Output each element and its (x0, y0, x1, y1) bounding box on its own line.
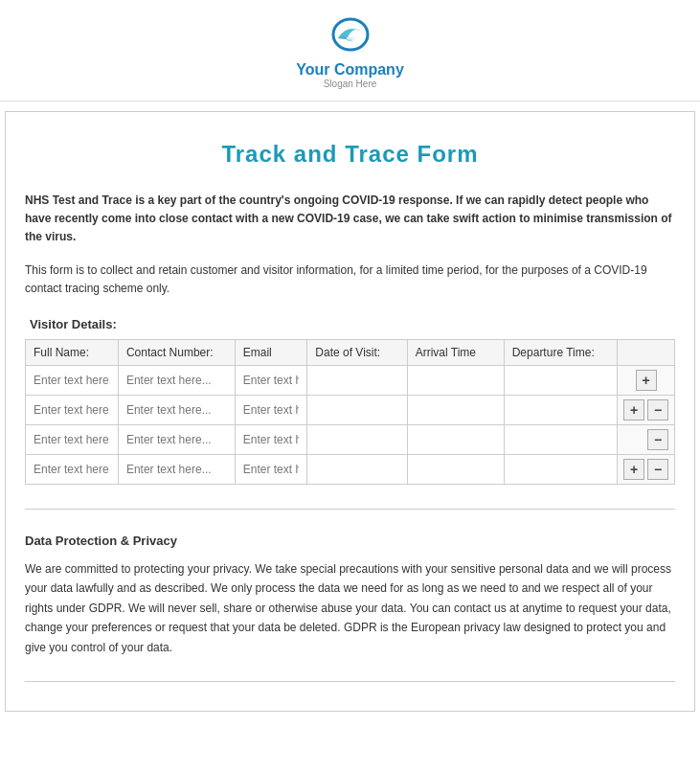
data-protection-title: Data Protection & Privacy (25, 534, 675, 548)
table-row: + − (26, 395, 675, 424)
col-actions (618, 339, 675, 365)
cell-name-2[interactable] (26, 395, 119, 424)
input-date-1[interactable] (307, 367, 406, 394)
add-row-button-2[interactable]: + (623, 399, 644, 421)
section-divider-1 (25, 509, 675, 510)
cell-date-3[interactable] (307, 424, 407, 454)
col-date: Date of Visit: (307, 339, 407, 365)
input-contact-3[interactable] (119, 426, 235, 453)
visitor-details-label: Visitor Details: (30, 317, 675, 331)
visitor-table: Full Name: Contact Number: Email Date of… (25, 339, 675, 485)
cell-name-4[interactable] (26, 454, 119, 484)
input-email-1[interactable] (236, 367, 307, 394)
input-email-3[interactable] (236, 426, 307, 453)
input-date-2[interactable] (307, 397, 406, 423)
input-date-3[interactable] (307, 426, 406, 453)
cell-date-2[interactable] (307, 395, 407, 424)
company-slogan: Slogan Here (0, 79, 700, 89)
cell-name-3[interactable] (26, 424, 119, 454)
input-departure-1[interactable] (505, 367, 617, 394)
intro-paragraph-1: NHS Test and Trace is a key part of the … (25, 192, 675, 247)
add-row-button-4[interactable]: + (623, 459, 644, 480)
input-arrival-4[interactable] (408, 456, 504, 483)
remove-row-button-4[interactable]: − (647, 459, 668, 480)
add-row-button-1[interactable]: + (636, 370, 657, 391)
section-divider-2 (25, 681, 675, 682)
col-email: Email (235, 339, 307, 365)
cell-arrival-4[interactable] (407, 454, 504, 484)
input-email-4[interactable] (236, 456, 307, 483)
company-name: Your Company (0, 61, 700, 79)
table-row: + − (26, 454, 675, 484)
cell-contact-3[interactable] (118, 424, 235, 454)
cell-email-3[interactable] (235, 424, 307, 454)
input-arrival-2[interactable] (408, 397, 504, 423)
input-departure-4[interactable] (505, 456, 617, 483)
action-cell-1: + (618, 365, 675, 395)
input-contact-2[interactable] (119, 397, 235, 423)
input-contact-4[interactable] (119, 456, 235, 483)
data-protection-text: We are committed to protecting your priv… (25, 559, 675, 657)
cell-date-4[interactable] (307, 454, 407, 484)
cell-email-4[interactable] (235, 454, 307, 484)
remove-row-button-2[interactable]: − (647, 399, 668, 421)
input-name-4[interactable] (26, 456, 118, 483)
col-contact: Contact Number: (118, 339, 235, 365)
cell-departure-1[interactable] (504, 365, 617, 395)
cell-contact-1[interactable] (118, 365, 235, 395)
company-logo (327, 17, 374, 57)
cell-email-1[interactable] (235, 365, 307, 395)
page-header: Your Company Slogan Here (0, 0, 700, 102)
input-name-2[interactable] (26, 397, 118, 423)
input-contact-1[interactable] (119, 367, 235, 394)
cell-name-1[interactable] (26, 365, 119, 395)
input-arrival-3[interactable] (408, 426, 504, 453)
cell-contact-2[interactable] (118, 395, 235, 424)
cell-departure-4[interactable] (504, 454, 617, 484)
input-name-3[interactable] (26, 426, 118, 453)
col-departure: Departure Time: (504, 339, 617, 365)
input-email-2[interactable] (236, 397, 307, 423)
input-date-4[interactable] (307, 456, 406, 483)
cell-arrival-3[interactable] (407, 424, 504, 454)
input-departure-2[interactable] (505, 397, 617, 423)
cell-departure-3[interactable] (504, 424, 617, 454)
remove-row-button-3[interactable]: − (647, 429, 668, 450)
table-row: + − (26, 424, 675, 454)
table-header-row: Full Name: Contact Number: Email Date of… (26, 339, 675, 365)
main-content-area: Track and Trace Form NHS Test and Trace … (5, 111, 695, 712)
form-title: Track and Trace Form (25, 141, 675, 168)
action-cell-2: + − (618, 395, 675, 424)
col-fullname: Full Name: (26, 339, 119, 365)
cell-arrival-2[interactable] (407, 395, 504, 424)
table-row: + (26, 365, 675, 395)
cell-date-1[interactable] (307, 365, 407, 395)
cell-email-2[interactable] (235, 395, 307, 424)
input-arrival-1[interactable] (408, 367, 504, 394)
action-cell-4: + − (618, 454, 675, 484)
input-name-1[interactable] (26, 367, 118, 394)
action-cell-3: + − (618, 424, 675, 454)
svg-point-0 (333, 19, 368, 50)
col-arrival: Arrival Time (407, 339, 504, 365)
input-departure-3[interactable] (505, 426, 617, 453)
cell-departure-2[interactable] (504, 395, 617, 424)
intro-paragraph-2: This form is to collect and retain custo… (25, 261, 675, 298)
cell-contact-4[interactable] (118, 454, 235, 484)
cell-arrival-1[interactable] (407, 365, 504, 395)
